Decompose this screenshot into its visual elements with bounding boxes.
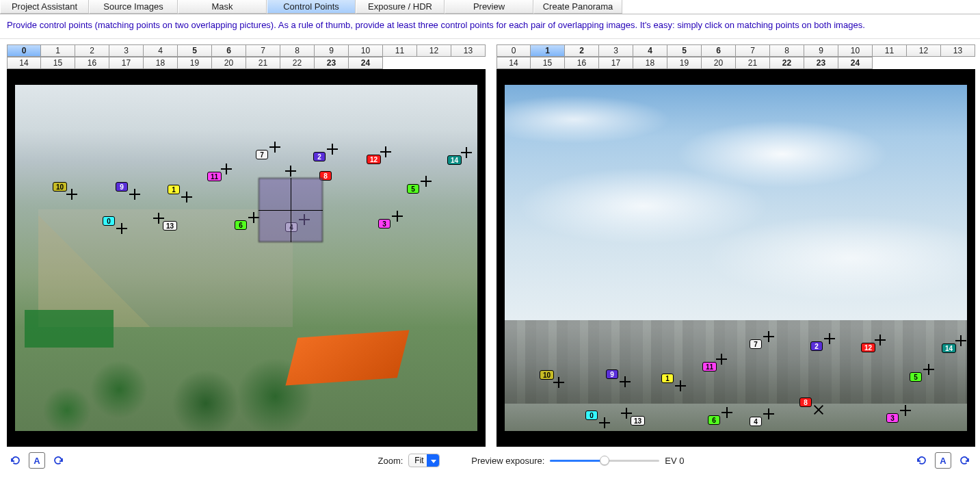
- zoom-label: Zoom:: [378, 456, 403, 466]
- left-image-thumb-11[interactable]: 11: [383, 44, 417, 57]
- right-image-thumb-22[interactable]: 22: [770, 57, 804, 69]
- tab-preview[interactable]: Preview: [445, 0, 533, 14]
- right-image-thumb-3[interactable]: 3: [599, 44, 633, 57]
- left-image-thumb-17[interactable]: 17: [109, 57, 144, 69]
- right-image-thumb-16[interactable]: 16: [565, 57, 599, 69]
- auto-left-button[interactable]: A: [29, 452, 45, 469]
- exposure-label: Preview exposure:: [471, 456, 544, 466]
- right-image-thumb-23[interactable]: 23: [804, 57, 838, 69]
- left-image-thumb-10[interactable]: 10: [349, 44, 383, 57]
- left-image-thumb-1[interactable]: 1: [41, 44, 75, 57]
- right-image-thumb-2[interactable]: 2: [565, 44, 599, 57]
- right-image-thumb-4[interactable]: 4: [633, 44, 667, 57]
- right-image-view[interactable]: 01234567891011121314: [496, 69, 975, 447]
- right-image-thumb-20[interactable]: 20: [702, 57, 736, 69]
- right-image-thumb-5[interactable]: 5: [667, 44, 702, 57]
- left-image-thumb-4[interactable]: 4: [144, 44, 178, 57]
- left-image-thumb-9[interactable]: 9: [315, 44, 349, 57]
- left-image-thumb-13[interactable]: 13: [451, 44, 486, 57]
- redo-left-icon[interactable]: [51, 452, 67, 469]
- left-image-thumb-6[interactable]: 6: [212, 44, 246, 57]
- right-image-thumb-14[interactable]: 14: [496, 57, 531, 69]
- left-image-thumb-2[interactable]: 2: [75, 44, 109, 57]
- right-image-thumb-6[interactable]: 6: [702, 44, 736, 57]
- left-panel: 0123456789101112131415161718192021222324…: [7, 44, 486, 447]
- left-image-thumb-3[interactable]: 3: [109, 44, 144, 57]
- right-image-thumb-15[interactable]: 15: [531, 57, 565, 69]
- left-image-thumb-23[interactable]: 23: [315, 57, 349, 69]
- right-image-thumb-10[interactable]: 10: [838, 44, 873, 57]
- left-image-thumb-7[interactable]: 7: [246, 44, 280, 57]
- right-image-thumb-13[interactable]: 13: [941, 44, 975, 57]
- exposure-value: EV 0: [665, 456, 684, 466]
- undo-left-icon[interactable]: [7, 452, 23, 469]
- left-image-view[interactable]: 01234567891011121314: [7, 69, 486, 447]
- left-image-thumb-22[interactable]: 22: [280, 57, 315, 69]
- right-image-thumb-18[interactable]: 18: [633, 57, 667, 69]
- left-image-thumb-18[interactable]: 18: [144, 57, 178, 69]
- right-image-thumb-0[interactable]: 0: [496, 44, 531, 57]
- right-image-thumb-1[interactable]: 1: [531, 44, 565, 57]
- right-image-thumb-24[interactable]: 24: [838, 57, 873, 69]
- zoom-select[interactable]: Fit: [408, 454, 440, 467]
- tab-exposure-hdr[interactable]: Exposure / HDR: [356, 0, 445, 14]
- tab-control-points[interactable]: Control Points: [267, 0, 356, 14]
- undo-right-icon[interactable]: [913, 452, 929, 469]
- left-image-thumb-8[interactable]: 8: [280, 44, 315, 57]
- right-image-thumb-21[interactable]: 21: [736, 57, 770, 69]
- tab-create-panorama[interactable]: Create Panorama: [533, 0, 622, 14]
- hint-text: Provide control points (matching points …: [0, 14, 980, 38]
- left-image-thumb-12[interactable]: 12: [417, 44, 451, 57]
- left-image-thumb-24[interactable]: 24: [349, 57, 383, 69]
- tab-source-images[interactable]: Source Images: [89, 0, 178, 14]
- left-image-thumb-15[interactable]: 15: [41, 57, 75, 69]
- right-panel: 0123456789101112131415161718192021222324…: [496, 44, 975, 447]
- left-image-thumb-0[interactable]: 0: [7, 44, 41, 57]
- right-image-thumb-7[interactable]: 7: [736, 44, 770, 57]
- right-image-thumb-12[interactable]: 12: [907, 44, 941, 57]
- left-image-thumb-20[interactable]: 20: [212, 57, 246, 69]
- right-image-thumb-9[interactable]: 9: [804, 44, 838, 57]
- right-image-thumb-19[interactable]: 19: [667, 57, 702, 69]
- left-image-thumb-14[interactable]: 14: [7, 57, 41, 69]
- tab-project-assistant[interactable]: Project Assistant: [0, 0, 89, 14]
- right-image-thumb-11[interactable]: 11: [873, 44, 907, 57]
- left-image-thumb-21[interactable]: 21: [246, 57, 280, 69]
- left-image-thumb-16[interactable]: 16: [75, 57, 109, 69]
- redo-right-icon[interactable]: [957, 452, 973, 469]
- left-image-thumb-5[interactable]: 5: [178, 44, 212, 57]
- tab-mask[interactable]: Mask: [178, 0, 267, 14]
- auto-right-button[interactable]: A: [935, 452, 951, 469]
- right-image-thumb-8[interactable]: 8: [770, 44, 804, 57]
- left-image-thumb-19[interactable]: 19: [178, 57, 212, 69]
- right-image-thumb-17[interactable]: 17: [599, 57, 633, 69]
- exposure-slider[interactable]: [550, 455, 659, 466]
